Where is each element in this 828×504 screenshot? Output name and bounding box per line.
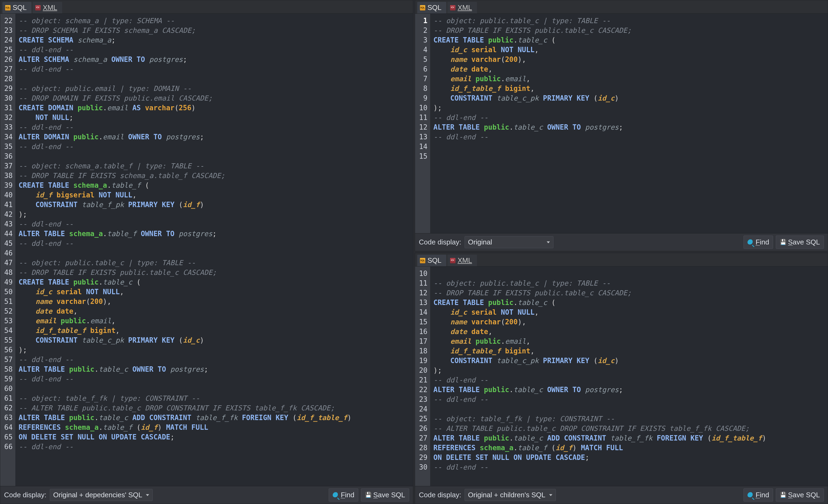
sql-icon bbox=[420, 5, 425, 10]
find-label-rest: ind bbox=[760, 238, 769, 246]
xml-icon bbox=[450, 5, 455, 10]
code-display-label: Code display: bbox=[4, 491, 47, 499]
line-gutter: 1011121314151617181920212223242526272829… bbox=[415, 267, 430, 486]
tab-sql[interactable]: SQL bbox=[417, 255, 446, 266]
select-value: Original + children's SQL bbox=[468, 491, 546, 499]
tab-xml-label: XML bbox=[458, 3, 472, 12]
save-label-rest: ave SQL bbox=[793, 238, 820, 246]
tab-xml[interactable]: XML bbox=[33, 2, 62, 13]
code-area[interactable]: -- object: schema_a | type: SCHEMA ---- … bbox=[15, 14, 413, 486]
tab-sql-label: SQL bbox=[427, 3, 442, 12]
code-area[interactable]: -- object: public.table_c | type: TABLE … bbox=[430, 14, 828, 233]
code-display-select[interactable]: Original + depedencies' SQL bbox=[50, 489, 153, 501]
editor[interactable]: 2223242526272829303132333435363738394041… bbox=[0, 14, 413, 486]
find-icon bbox=[333, 492, 339, 498]
code-display-label: Code display: bbox=[419, 238, 461, 246]
save-icon bbox=[780, 239, 786, 245]
editor[interactable]: 1011121314151617181920212223242526272829… bbox=[415, 267, 828, 486]
save-accel: S bbox=[373, 491, 378, 499]
footer: Code display: Original Find Save SQL bbox=[415, 233, 828, 251]
save-icon bbox=[365, 492, 371, 498]
save-accel: S bbox=[788, 491, 792, 499]
tab-xml[interactable]: XML bbox=[447, 2, 477, 13]
save-label-rest: ave SQL bbox=[378, 491, 405, 499]
xml-icon bbox=[450, 258, 455, 263]
tab-sql-label: SQL bbox=[13, 3, 27, 12]
footer: Code display: Original + depedencies' SQ… bbox=[0, 486, 413, 504]
find-button[interactable]: Find bbox=[743, 489, 773, 502]
save-icon bbox=[780, 492, 786, 498]
find-button[interactable]: Find bbox=[329, 489, 359, 502]
find-label-rest: ind bbox=[345, 491, 355, 499]
panel-bottom-left: SQL XML 10111213141516171819202122232425… bbox=[415, 253, 828, 504]
tab-sql-label: SQL bbox=[427, 256, 442, 265]
sql-icon bbox=[420, 258, 425, 263]
find-label-rest: ind bbox=[760, 491, 769, 499]
find-button[interactable]: Find bbox=[743, 236, 773, 249]
line-gutter: 2223242526272829303132333435363738394041… bbox=[0, 14, 15, 486]
find-icon bbox=[747, 239, 753, 245]
app-grid: SQL XML 123456789101112131415 -- object:… bbox=[0, 0, 828, 504]
tab-sql[interactable]: SQL bbox=[2, 2, 32, 13]
select-value: Original bbox=[468, 238, 492, 246]
editor[interactable]: 123456789101112131415 -- object: public.… bbox=[415, 14, 828, 233]
tab-xml[interactable]: XML bbox=[447, 255, 477, 266]
select-value: Original + depedencies' SQL bbox=[53, 491, 142, 499]
sql-icon bbox=[5, 5, 10, 10]
save-accel: S bbox=[788, 238, 792, 246]
code-area[interactable]: -- object: public.table_c | type: TABLE … bbox=[430, 267, 828, 486]
tabbar: SQL XML bbox=[0, 0, 413, 14]
save-sql-button[interactable]: Save SQL bbox=[776, 489, 824, 502]
find-accel: F bbox=[756, 491, 760, 499]
footer: Code display: Original + children's SQL … bbox=[415, 486, 828, 504]
save-label-rest: ave SQL bbox=[793, 491, 820, 499]
panel-top-left: SQL XML 123456789101112131415 -- object:… bbox=[415, 0, 828, 251]
panel-right: SQL XML 22232425262728293031323334353637… bbox=[0, 0, 413, 504]
save-sql-button[interactable]: Save SQL bbox=[776, 236, 824, 249]
tab-xml-label: XML bbox=[458, 256, 472, 265]
find-icon bbox=[747, 492, 753, 498]
code-display-select[interactable]: Original + children's SQL bbox=[465, 489, 556, 501]
tabbar: SQL XML bbox=[415, 0, 828, 14]
code-display-label: Code display: bbox=[419, 491, 461, 499]
line-gutter: 123456789101112131415 bbox=[415, 14, 430, 233]
xml-icon bbox=[35, 5, 41, 10]
tabbar: SQL XML bbox=[415, 253, 828, 267]
code-display-select[interactable]: Original bbox=[465, 236, 553, 248]
find-accel: F bbox=[341, 491, 345, 499]
save-sql-button[interactable]: Save SQL bbox=[361, 489, 409, 502]
tab-xml-label: XML bbox=[43, 3, 57, 12]
find-accel: F bbox=[756, 238, 760, 246]
tab-sql[interactable]: SQL bbox=[417, 2, 446, 13]
